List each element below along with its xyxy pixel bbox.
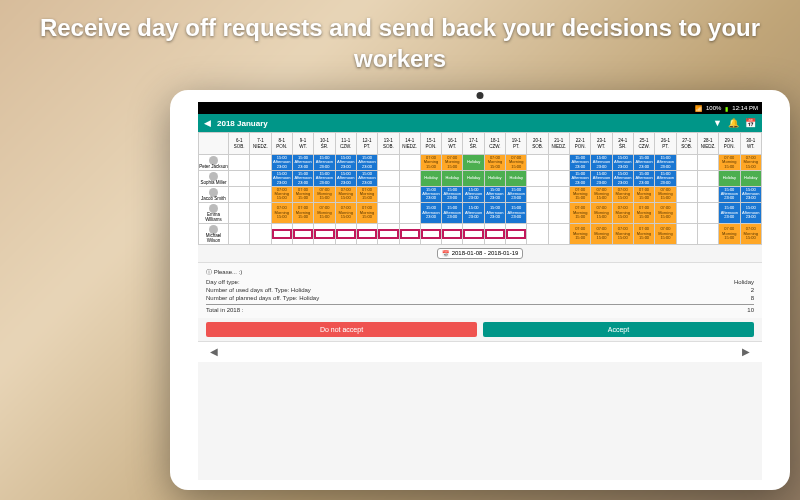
- empty-cell[interactable]: [399, 155, 420, 171]
- empty-cell[interactable]: [548, 155, 569, 171]
- shift-cell[interactable]: 07:00Morning15:00: [506, 155, 527, 171]
- employee-cell[interactable]: Sophia Miller: [199, 170, 229, 186]
- day-header[interactable]: 19-1PT.: [506, 133, 527, 155]
- day-header[interactable]: 26-1PT.: [655, 133, 676, 155]
- shift-cell[interactable]: 07:00Morning15:00: [612, 202, 633, 223]
- day-header[interactable]: 13-1SOB.: [378, 133, 399, 155]
- shift-cell[interactable]: 15:00Afternoon23:00: [463, 186, 484, 202]
- empty-cell[interactable]: [250, 170, 271, 186]
- empty-cell[interactable]: [676, 155, 697, 171]
- empty-cell[interactable]: [548, 186, 569, 202]
- shift-cell[interactable]: 15:00Afternoon23:00: [591, 155, 612, 171]
- shift-cell[interactable]: 15:00Afternoon23:00: [506, 186, 527, 202]
- selected-cell[interactable]: [484, 223, 505, 244]
- day-header[interactable]: 30-1WT.: [740, 133, 762, 155]
- selected-cell[interactable]: [420, 223, 441, 244]
- shift-cell[interactable]: 07:00Morning15:00: [719, 223, 740, 244]
- day-header[interactable]: 9-1WT.: [292, 133, 313, 155]
- empty-cell[interactable]: [697, 186, 718, 202]
- shift-cell[interactable]: 07:00Morning15:00: [655, 202, 676, 223]
- shift-cell[interactable]: 15:00Afternoon23:00: [506, 202, 527, 223]
- shift-cell[interactable]: 07:00Morning15:00: [335, 202, 356, 223]
- day-header[interactable]: 22-1PON.: [570, 133, 591, 155]
- shift-cell[interactable]: 15:00Afternoon23:00: [442, 202, 463, 223]
- day-header[interactable]: 16-1WT.: [442, 133, 463, 155]
- shift-cell[interactable]: 07:00Morning15:00: [356, 202, 377, 223]
- dropdown-icon[interactable]: ▼: [713, 118, 722, 128]
- empty-cell[interactable]: [527, 170, 548, 186]
- shift-cell[interactable]: 15:00Afternoon23:00: [612, 170, 633, 186]
- day-header[interactable]: 12-1PT.: [356, 133, 377, 155]
- selected-cell[interactable]: [442, 223, 463, 244]
- empty-cell[interactable]: [378, 155, 399, 171]
- shift-cell[interactable]: 15:00Afternoon23:00: [655, 155, 676, 171]
- shift-cell[interactable]: 07:00Morning15:00: [633, 223, 654, 244]
- empty-cell[interactable]: [229, 155, 250, 171]
- shift-cell[interactable]: 15:00Afternoon23:00: [740, 202, 762, 223]
- shift-cell[interactable]: 15:00Afternoon23:00: [719, 202, 740, 223]
- legend-prev-icon[interactable]: ◀: [206, 346, 222, 357]
- empty-cell[interactable]: [399, 202, 420, 223]
- empty-cell[interactable]: [527, 155, 548, 171]
- day-header[interactable]: 15-1PON.: [420, 133, 441, 155]
- shift-cell[interactable]: 07:00Morning15:00: [719, 155, 740, 171]
- shift-cell[interactable]: 15:00Afternoon23:00: [356, 170, 377, 186]
- shift-cell[interactable]: 15:00Afternoon23:00: [314, 170, 335, 186]
- empty-cell[interactable]: [676, 170, 697, 186]
- shift-cell[interactable]: 07:00Morning15:00: [570, 186, 591, 202]
- shift-cell[interactable]: Holiday: [420, 170, 441, 186]
- day-header[interactable]: 8-1PON.: [271, 133, 292, 155]
- selected-cell[interactable]: [271, 223, 292, 244]
- shift-cell[interactable]: 07:00Morning15:00: [740, 155, 762, 171]
- shift-cell[interactable]: 15:00Afternoon23:00: [271, 170, 292, 186]
- selected-cell[interactable]: [292, 223, 313, 244]
- empty-cell[interactable]: [378, 170, 399, 186]
- shift-cell[interactable]: 07:00Morning15:00: [292, 186, 313, 202]
- calendar-icon[interactable]: 📅: [745, 118, 756, 128]
- empty-cell[interactable]: [697, 170, 718, 186]
- day-header[interactable]: 20-1SOB.: [527, 133, 548, 155]
- empty-cell[interactable]: [527, 223, 548, 244]
- empty-cell[interactable]: [250, 186, 271, 202]
- shift-cell[interactable]: 07:00Morning15:00: [484, 155, 505, 171]
- day-header[interactable]: 25-1CZW.: [633, 133, 654, 155]
- day-header[interactable]: 29-1PON.: [719, 133, 740, 155]
- bell-icon[interactable]: 🔔: [728, 118, 739, 128]
- shift-cell[interactable]: 15:00Afternoon23:00: [292, 170, 313, 186]
- empty-cell[interactable]: [250, 223, 271, 244]
- shift-cell[interactable]: 07:00Morning15:00: [655, 223, 676, 244]
- shift-cell[interactable]: Holiday: [463, 170, 484, 186]
- legend-next-icon[interactable]: ▶: [738, 346, 754, 357]
- shift-cell[interactable]: Holiday: [484, 170, 505, 186]
- empty-cell[interactable]: [229, 202, 250, 223]
- empty-cell[interactable]: [697, 155, 718, 171]
- selected-cell[interactable]: [356, 223, 377, 244]
- day-header[interactable]: 17-1ŚR.: [463, 133, 484, 155]
- day-header[interactable]: 24-1ŚR.: [612, 133, 633, 155]
- shift-cell[interactable]: 07:00Morning15:00: [570, 223, 591, 244]
- employee-cell[interactable]: Jacob Smith: [199, 186, 229, 202]
- shift-cell[interactable]: 15:00Afternoon23:00: [484, 202, 505, 223]
- selected-cell[interactable]: [399, 223, 420, 244]
- shift-cell[interactable]: 15:00Afternoon23:00: [655, 170, 676, 186]
- date-range-pill[interactable]: 📅 2018-01-08 - 2018-01-19: [437, 248, 524, 259]
- shift-cell[interactable]: 07:00Morning15:00: [335, 186, 356, 202]
- shift-cell[interactable]: 07:00Morning15:00: [442, 155, 463, 171]
- day-header[interactable]: 14-1NIEDZ.: [399, 133, 420, 155]
- shift-cell[interactable]: 07:00Morning15:00: [271, 186, 292, 202]
- day-header[interactable]: 6-1SOB.: [229, 133, 250, 155]
- legend-chip-sickness[interactable]: Sickness: [306, 345, 330, 359]
- empty-cell[interactable]: [676, 186, 697, 202]
- selected-cell[interactable]: [378, 223, 399, 244]
- empty-cell[interactable]: [676, 223, 697, 244]
- empty-cell[interactable]: [527, 202, 548, 223]
- day-header[interactable]: 10-1ŚR.: [314, 133, 335, 155]
- empty-cell[interactable]: [250, 155, 271, 171]
- empty-cell[interactable]: [229, 223, 250, 244]
- empty-cell[interactable]: [229, 170, 250, 186]
- shift-cell[interactable]: 07:00Morning15:00: [420, 155, 441, 171]
- shift-cell[interactable]: 07:00Morning15:00: [591, 223, 612, 244]
- shift-cell[interactable]: 15:00Afternoon23:00: [314, 155, 335, 171]
- empty-cell[interactable]: [229, 186, 250, 202]
- empty-cell[interactable]: [378, 202, 399, 223]
